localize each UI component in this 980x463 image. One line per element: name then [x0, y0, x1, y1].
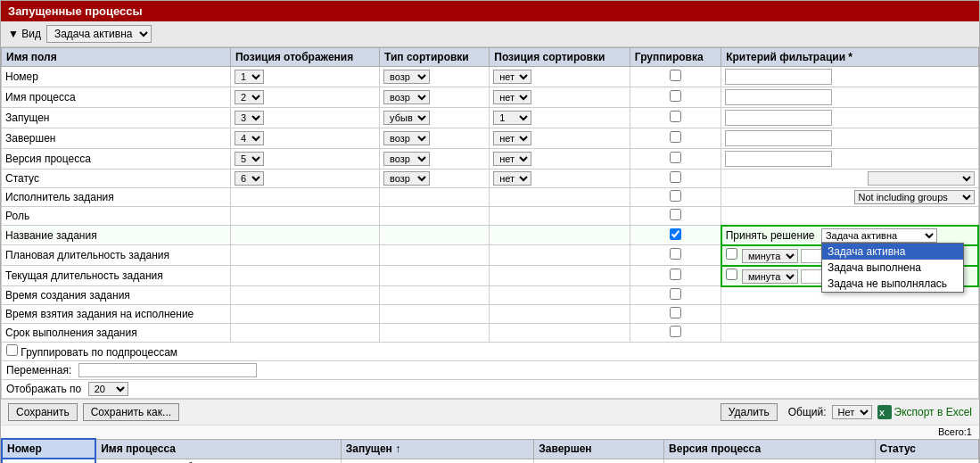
group-cell: [630, 207, 721, 226]
field-name: Исполнитель задания: [2, 188, 231, 207]
col-sort-type: Тип сортировки: [380, 48, 490, 67]
svg-text:X: X: [879, 409, 885, 418]
filter-cell: [721, 324, 978, 343]
filter-status-select[interactable]: Активен: [868, 171, 975, 186]
total-above-results: Всего:1: [1, 425, 979, 438]
group-checkbox-2[interactable]: [670, 90, 681, 102]
sort-pos-select-5[interactable]: нет1: [493, 152, 531, 166]
group-checkbox-6[interactable]: [670, 171, 681, 183]
export-label: Экспорт в Excel: [894, 406, 972, 418]
task-option-active[interactable]: Задача активна: [822, 244, 963, 260]
sort-type-select-6[interactable]: возрубыв: [383, 171, 430, 186]
result-col-finished: Завершен: [534, 439, 664, 459]
group-checkbox-11[interactable]: [670, 269, 681, 280]
delete-button[interactable]: Удалить: [721, 403, 778, 421]
group-checkbox-4[interactable]: [670, 131, 681, 143]
group-cell: [630, 149, 721, 169]
result-cell-status: Активен: [875, 459, 978, 463]
filter-input-5[interactable]: [725, 151, 832, 167]
result-cell-version: 1: [664, 459, 875, 463]
sort-pos-select-3[interactable]: нет1: [493, 111, 531, 125]
group-checkbox-1[interactable]: [670, 70, 681, 81]
task-option-done[interactable]: Задача выполнена: [822, 260, 963, 276]
display-pos-select-4[interactable]: 12345: [235, 131, 264, 145]
main-window: Запущенные процессы ▼ Вид Задача активна…: [0, 0, 980, 463]
result-cell-started: 29.08.2018 14:49: [341, 459, 534, 463]
sort-pos-select-1[interactable]: нет12: [493, 70, 531, 84]
sort-pos-cell: [490, 207, 630, 226]
group-cell: [630, 305, 721, 324]
view-select[interactable]: Задача активна Другой вид: [46, 25, 152, 43]
group-checkbox-7[interactable]: [670, 190, 681, 202]
group-checkbox-5[interactable]: [670, 152, 681, 163]
group-cell: [630, 226, 721, 245]
group-checkbox-13[interactable]: [670, 307, 681, 318]
filter-input-1[interactable]: [725, 69, 832, 85]
minute-checkbox-2[interactable]: [726, 269, 737, 280]
filter-cell: Not including groups Including groups: [721, 188, 978, 207]
sort-pos-cell: [490, 226, 630, 245]
group-cell: [630, 67, 721, 87]
group-subprocess-label: Группировать по подпроцессам: [21, 346, 177, 359]
sort-type-select-1[interactable]: возрубыв: [383, 70, 430, 84]
group-cell: [630, 169, 721, 188]
group-cell: [630, 87, 721, 108]
minute-checkbox-1[interactable]: [726, 248, 737, 260]
result-cell-process: Сверхурочная работа: [95, 459, 341, 463]
display-pos-cell: 12345: [230, 149, 379, 169]
display-pos-select-3[interactable]: 12345: [235, 111, 264, 125]
group-checkbox-9[interactable]: [670, 228, 681, 240]
view-label: ▼ Вид: [8, 28, 41, 40]
bottom-bar: Сохранить Сохранить как... Удалить Общий…: [1, 399, 979, 425]
save-button[interactable]: Сохранить: [8, 403, 78, 421]
sort-pos-select-4[interactable]: нет1: [493, 131, 531, 145]
group-checkbox-3[interactable]: [670, 111, 681, 122]
table-row: Срок выполнения задания: [2, 324, 979, 343]
display-pos-select-1[interactable]: 123456: [235, 70, 264, 84]
group-checkbox-14[interactable]: [670, 326, 681, 337]
filter-input-2[interactable]: [725, 89, 832, 105]
sort-type-select-5[interactable]: возрубыв: [383, 152, 430, 166]
group-checkbox-8[interactable]: [670, 209, 681, 220]
group-subprocess-checkbox[interactable]: [6, 344, 18, 356]
display-pos-select-5[interactable]: 12345: [235, 152, 264, 166]
field-name: Имя процесса: [2, 87, 231, 108]
filter-input-4[interactable]: [725, 130, 832, 146]
minute-select-1[interactable]: минутачасдень: [742, 249, 798, 263]
display-pos-select-6[interactable]: 123456: [235, 171, 264, 186]
total-label-top: Всего:1: [938, 426, 972, 437]
sort-pos-select-6[interactable]: нет1: [493, 171, 531, 186]
field-name: Запущен: [2, 108, 231, 128]
col-filter: Критерий фильтрации *: [721, 48, 978, 67]
task-status-select[interactable]: Задача активна Задача выполнена Задача н…: [821, 228, 937, 243]
table-row: Статус 123456 возрубыв нет1 Активен: [2, 169, 979, 188]
sort-type-select-2[interactable]: возрубыв: [383, 90, 430, 104]
export-excel-button[interactable]: X Экспорт в Excel: [877, 405, 972, 419]
result-col-id: Номер: [2, 439, 95, 459]
common-select[interactable]: Нет Да: [832, 405, 872, 419]
display-pos-select-2[interactable]: 12345: [235, 90, 264, 104]
result-row: 31 Сверхурочная работа 29.08.2018 14:49 …: [2, 459, 979, 463]
sort-type-select-3[interactable]: возрубыв: [383, 111, 430, 125]
variable-input[interactable]: [78, 363, 257, 377]
save-as-button[interactable]: Сохранить как...: [83, 403, 179, 421]
minute-select-2[interactable]: минутачасдень: [742, 269, 798, 284]
filter-cell: [721, 67, 978, 87]
not-groups-select[interactable]: Not including groups Including groups: [854, 190, 975, 204]
task-option-failed[interactable]: Задача не выполнялась: [822, 276, 963, 292]
filter-input-3[interactable]: [725, 110, 832, 126]
group-cell: [630, 324, 721, 343]
sort-type-cell: [380, 207, 490, 226]
group-cell: [630, 188, 721, 207]
sort-type-select-4[interactable]: возрубыв: [383, 131, 430, 145]
group-checkbox-10[interactable]: [670, 248, 681, 260]
display-count-select[interactable]: 10 20 50 100: [88, 382, 128, 396]
config-table: Имя поля Позиция отображения Тип сортиро…: [1, 47, 979, 399]
field-name: Версия процесса: [2, 149, 231, 169]
field-name: Завершен: [2, 128, 231, 149]
sort-pos-cell: [490, 245, 630, 266]
sort-pos-select-2[interactable]: нет1: [493, 90, 531, 104]
excel-icon: X: [877, 405, 892, 419]
result-col-process: Имя процесса: [95, 439, 341, 459]
group-checkbox-12[interactable]: [670, 288, 681, 300]
